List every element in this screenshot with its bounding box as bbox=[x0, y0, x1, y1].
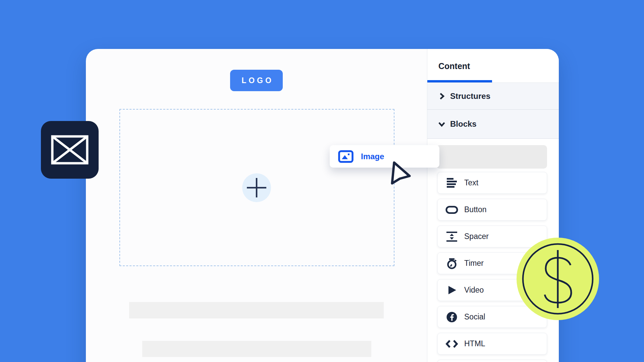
logo-placeholder-button[interactable]: LOGO bbox=[230, 70, 283, 91]
spacer-icon bbox=[445, 230, 458, 243]
accordion-blocks[interactable]: Blocks bbox=[427, 110, 559, 139]
button-icon bbox=[445, 203, 458, 216]
block-label: Timer bbox=[464, 259, 484, 268]
accordion-label: Blocks bbox=[450, 119, 477, 129]
image-icon bbox=[338, 150, 354, 163]
accordion-label: Structures bbox=[450, 92, 490, 101]
plus-icon bbox=[246, 177, 268, 199]
envelope-badge bbox=[41, 121, 99, 179]
dragged-block-slot bbox=[436, 145, 547, 169]
block-label: Spacer bbox=[464, 232, 489, 241]
accordion-structures[interactable]: Structures bbox=[427, 82, 559, 110]
drag-chip-label: Image bbox=[361, 152, 384, 161]
cursor-arrow-icon bbox=[388, 160, 414, 188]
text-placeholder-bar bbox=[142, 341, 371, 357]
chevron-down-icon bbox=[438, 120, 445, 128]
envelope-icon bbox=[41, 121, 99, 179]
block-label: Video bbox=[464, 286, 484, 295]
email-builder-promo: LOGO Content Structures bbox=[0, 0, 644, 362]
block-item-html[interactable]: HTML bbox=[437, 333, 547, 355]
tab-content[interactable]: Content bbox=[438, 61, 470, 71]
block-item-text[interactable]: Text bbox=[437, 172, 547, 194]
logo-label: LOGO bbox=[241, 76, 274, 85]
timer-icon bbox=[445, 257, 458, 270]
block-item-button[interactable]: Button bbox=[437, 199, 547, 221]
block-item[interactable] bbox=[437, 360, 547, 362]
dollar-coin-icon bbox=[517, 238, 599, 320]
text-icon bbox=[445, 177, 458, 189]
block-label: Social bbox=[464, 312, 485, 321]
social-icon bbox=[445, 311, 458, 323]
html-icon bbox=[445, 338, 458, 350]
video-icon bbox=[445, 284, 458, 297]
text-placeholder-bar bbox=[129, 302, 384, 318]
block-label: Text bbox=[464, 178, 478, 187]
block-label: HTML bbox=[464, 339, 485, 348]
block-label: Button bbox=[464, 205, 487, 214]
dollar-coin-badge bbox=[517, 238, 599, 320]
editor-window: LOGO Content Structures bbox=[86, 49, 559, 362]
add-content-button[interactable] bbox=[242, 173, 271, 202]
active-tab-underline bbox=[427, 80, 492, 82]
dragged-image-block[interactable]: Image bbox=[330, 145, 439, 168]
chevron-right-icon bbox=[438, 93, 445, 100]
